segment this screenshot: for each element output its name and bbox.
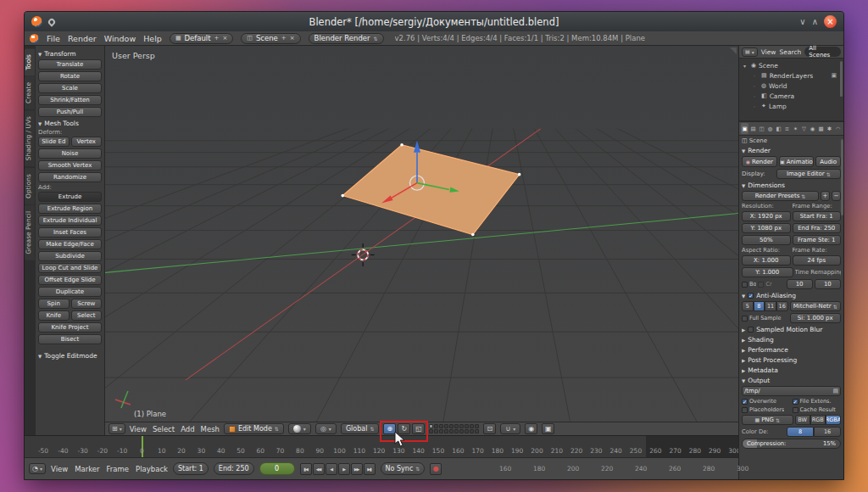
border-checkbox[interactable]: Bo Cr bbox=[742, 281, 785, 288]
properties-scrollbar[interactable] bbox=[841, 139, 843, 215]
aspect-x-field[interactable]: X: 1.000 bbox=[742, 255, 791, 266]
output-path-field[interactable]: /tmp/ ▤ bbox=[742, 386, 841, 396]
playback-button[interactable]: ◀◀ bbox=[313, 463, 325, 475]
scene-dropdown[interactable]: ◫ Scene + × bbox=[241, 33, 300, 44]
add-scene-icon[interactable]: + bbox=[281, 35, 287, 42]
shelf-tab-create[interactable]: Create bbox=[25, 76, 35, 109]
shelf-tab-tools[interactable]: Tools bbox=[25, 48, 35, 75]
remap-old-field[interactable]: 10 bbox=[787, 279, 813, 289]
mode-dropdown[interactable]: Edit Mode ⇅ bbox=[224, 423, 284, 434]
viewport-menu-add[interactable]: Add bbox=[181, 425, 194, 433]
render-button[interactable]: ◉ Render bbox=[742, 156, 777, 167]
viewport-menu-select[interactable]: Select bbox=[153, 425, 175, 433]
layer-toggle[interactable] bbox=[475, 424, 479, 428]
render-presets-dropdown[interactable]: Render Presets ⇅ bbox=[742, 191, 819, 201]
tool-button-vertex[interactable]: Vertex bbox=[71, 137, 103, 147]
aspect-y-field[interactable]: Y: 1.000 bbox=[742, 267, 793, 277]
outliner-menu-view[interactable]: View bbox=[761, 48, 776, 56]
panel-header-transform[interactable]: ▼ Transform bbox=[38, 50, 102, 58]
aa-samples-16[interactable]: 16 bbox=[776, 301, 788, 311]
frame-step-field[interactable]: Frame Ste: 1 bbox=[793, 235, 842, 245]
tool-button-rotate[interactable]: Rotate bbox=[38, 71, 102, 81]
tool-button-subdivide[interactable]: Subdivide bbox=[38, 251, 102, 261]
menu-file[interactable]: File bbox=[47, 34, 60, 43]
props-tab-scene[interactable]: ◫ bbox=[758, 123, 765, 134]
props-tab-world[interactable]: ◍ bbox=[766, 123, 774, 134]
tool-button-select[interactable]: Select bbox=[71, 310, 103, 321]
timeline-menu-view[interactable]: View bbox=[51, 465, 68, 473]
tool-button-extrudeindividual[interactable]: Extrude Individual bbox=[38, 215, 102, 226]
remove-preset-button[interactable]: − bbox=[832, 191, 841, 201]
timeline-editor-type-button[interactable]: ◔ ▾ bbox=[29, 463, 46, 474]
resolution-y-field[interactable]: Y: 1080 px bbox=[742, 223, 791, 233]
tool-button-shrinkfatten[interactable]: Shrink/Fatten bbox=[38, 95, 102, 105]
shelf-tab-shadinguvs[interactable]: Shading / UVs bbox=[25, 110, 35, 166]
end-frame-field[interactable]: End Fra: 250 bbox=[793, 223, 842, 233]
close-screen-icon[interactable]: × bbox=[222, 35, 227, 42]
layer-toggle[interactable] bbox=[439, 424, 443, 428]
outliner-item-lamp[interactable]: ·✦Lamp bbox=[739, 101, 843, 111]
tool-button-offsetedgeslide[interactable]: Offset Edge Slide bbox=[38, 275, 102, 285]
tool-button-scale[interactable]: Scale bbox=[38, 83, 102, 93]
props-tab-modifiers[interactable]: ✶ bbox=[792, 123, 799, 134]
start-frame-field[interactable]: Start Fra: 1 bbox=[793, 211, 842, 221]
props-tab-render-layers[interactable]: ▤ bbox=[749, 123, 757, 134]
playback-button[interactable]: ◀ bbox=[326, 463, 337, 475]
tool-button-duplicate[interactable]: Duplicate bbox=[38, 287, 102, 297]
timeline-ruler[interactable]: -50-40-30-20-100102030405060708090100110… bbox=[25, 435, 738, 457]
render-animation-button[interactable]: ▣ bbox=[542, 423, 554, 434]
compression-slider[interactable]: Compression: 15% bbox=[742, 439, 841, 449]
tool-button-loopcutandslide[interactable]: Loop Cut and Slide bbox=[38, 263, 102, 273]
menu-window[interactable]: Window bbox=[104, 34, 136, 43]
outliner-item-camera[interactable]: ·◧Camera bbox=[739, 91, 843, 101]
layer-toggle[interactable] bbox=[459, 429, 464, 433]
tool-button-translate[interactable]: Translate bbox=[38, 59, 102, 70]
color-mode-rgba[interactable]: RGBA bbox=[826, 415, 841, 425]
resolution-x-field[interactable]: X: 1920 px bbox=[742, 211, 791, 221]
titlebar[interactable]: Blender* [/home/sergiy/Документы/untitle… bbox=[25, 12, 843, 31]
display-dropdown[interactable]: Image Editor ⇅ bbox=[776, 169, 841, 179]
layer-toggle[interactable] bbox=[470, 424, 474, 428]
pin-icon[interactable] bbox=[47, 17, 56, 26]
output-option-cacheresult[interactable]: Cache Result bbox=[793, 406, 842, 413]
tool-button-pushpull[interactable]: Push/Pull bbox=[38, 107, 102, 117]
render-animation-button[interactable]: ▣ Animatio bbox=[779, 156, 815, 167]
aa-samples-8[interactable]: 8 bbox=[754, 301, 765, 311]
color-mode-rgb[interactable]: RGB bbox=[810, 415, 826, 425]
color-depth-8[interactable]: 8 bbox=[787, 427, 814, 437]
viewport-canvas[interactable]: User Persp (1) Plane bbox=[105, 46, 738, 422]
tool-button-screw[interactable]: Screw bbox=[71, 299, 103, 309]
render-image-button[interactable]: ◉ bbox=[525, 423, 537, 434]
playback-button[interactable]: ▶▮ bbox=[364, 463, 376, 475]
timeline-menu-frame[interactable]: Frame bbox=[107, 465, 129, 473]
layers-widget[interactable] bbox=[429, 424, 479, 433]
scale-manipulator-button[interactable]: ◱ bbox=[412, 423, 425, 434]
checkbox[interactable] bbox=[742, 316, 748, 321]
checkbox[interactable] bbox=[742, 282, 748, 288]
panel-header-output[interactable]: ▼ Output bbox=[742, 377, 841, 384]
maximize-button[interactable]: ∧ bbox=[812, 18, 818, 26]
tool-button-noise[interactable]: Noise bbox=[38, 148, 102, 159]
panel-header-sampled-motion-blur[interactable]: ▶Sampled Motion Blur bbox=[742, 326, 841, 333]
tool-button-makeedgeface[interactable]: Make Edge/Face bbox=[38, 239, 102, 249]
remap-new-field[interactable]: 10 bbox=[815, 279, 841, 289]
tool-button-extruderegion[interactable]: Extrude Region bbox=[38, 204, 102, 214]
full-sample-checkbox[interactable]: Full Sample bbox=[742, 315, 788, 321]
layer-toggle[interactable] bbox=[444, 429, 448, 433]
props-tab-object[interactable]: ◧ bbox=[775, 123, 782, 134]
record-button[interactable]: ● bbox=[430, 463, 442, 475]
minimize-button[interactable]: ∨ bbox=[799, 18, 805, 26]
fps-dropdown[interactable]: 24 fps bbox=[793, 255, 842, 266]
outliner-item-renderlayers[interactable]: ·▤RenderLayers▣ bbox=[739, 70, 843, 81]
add-screen-icon[interactable]: + bbox=[214, 35, 220, 42]
outliner-editor-type-button[interactable]: ▤ ▾ bbox=[742, 48, 758, 57]
viewport-menu-view[interactable]: View bbox=[130, 425, 147, 433]
shelf-tab-options[interactable]: Options bbox=[25, 168, 35, 204]
render-audio-button[interactable]: Audio bbox=[815, 156, 841, 167]
panel-header-mesh-tools[interactable]: ▼ Mesh Tools bbox=[38, 120, 102, 127]
props-tab-constraints[interactable]: ≡ bbox=[783, 123, 791, 134]
aa-samples-11[interactable]: 11 bbox=[765, 301, 776, 311]
panel-header-anti-aliasing[interactable]: ▼ Anti-Aliasing bbox=[742, 292, 841, 299]
aa-filter-dropdown[interactable]: Mitchell-Netr ⇅ bbox=[790, 301, 842, 311]
panel-header-render[interactable]: ▼ Render bbox=[742, 147, 841, 154]
